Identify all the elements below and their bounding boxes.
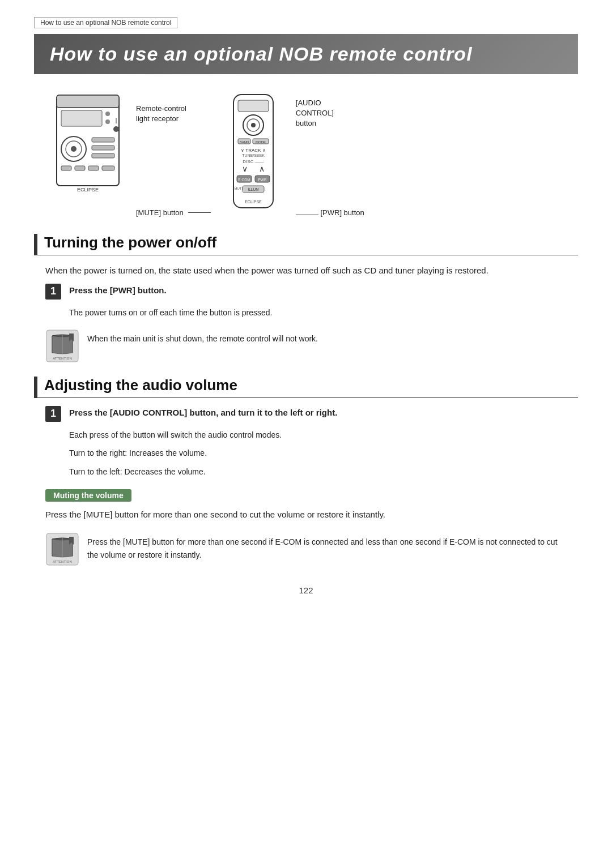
svg-text:ECLIPSE: ECLIPSE xyxy=(77,187,99,193)
title-banner: How to use an optional NOB remote contro… xyxy=(34,34,578,74)
right-labels: [AUDIOCONTROL]button [PWR] button xyxy=(296,92,364,217)
svg-rect-1 xyxy=(57,95,119,108)
svg-text:DISC ——: DISC —— xyxy=(243,159,264,164)
attention-box-2: ATTENTION Press the [MUTE] button for mo… xyxy=(45,530,567,568)
svg-point-4 xyxy=(105,119,110,124)
svg-text:PWR: PWR xyxy=(258,178,266,182)
mute-button-label: [MUTE] button xyxy=(136,208,211,217)
section2-step1-badge: 1 xyxy=(45,406,61,422)
svg-text:TUNE/SEEK: TUNE/SEEK xyxy=(242,153,265,157)
car-unit-svg: ECLIPSE xyxy=(51,92,125,217)
attention2-text: Press the [MUTE] button for more than on… xyxy=(87,532,567,563)
pwr-button-label: [PWR] button xyxy=(296,208,364,217)
svg-text:MODE: MODE xyxy=(256,140,266,144)
svg-text:E·COM: E·COM xyxy=(238,178,250,182)
svg-rect-2 xyxy=(61,110,102,126)
handheld-remote-svg: BAND MODE ∨ TRACK ∧ TUNE/SEEK DISC —— ∨ … xyxy=(222,92,284,217)
section2-step1-row: 1 Press the [AUDIO CONTROL] button, and … xyxy=(45,406,567,422)
svg-point-7 xyxy=(71,146,76,152)
attention-book-icon-2: ATTENTION xyxy=(45,532,79,566)
section2-step1-sub1: Each press of the button will switch the… xyxy=(69,429,567,441)
section2-step1-sub2: Turn to the right: Increases the volume. xyxy=(69,447,567,459)
svg-point-22 xyxy=(251,123,256,127)
attention-book-icon: ATTENTION xyxy=(45,329,79,363)
attention-icon-2: ATTENTION xyxy=(45,532,79,566)
svg-point-16 xyxy=(113,126,119,132)
svg-text:ATTENTION: ATTENTION xyxy=(53,357,72,360)
svg-rect-10 xyxy=(92,153,114,158)
svg-text:ILLUM: ILLUM xyxy=(248,187,258,191)
svg-rect-19 xyxy=(238,100,269,112)
page-number: 122 xyxy=(34,585,578,595)
section1-step1-row: 1 Press the [PWR] button. xyxy=(45,284,567,300)
mute-line xyxy=(188,212,211,213)
step1-text: Press the [PWR] button. xyxy=(69,284,567,297)
svg-rect-13 xyxy=(88,166,99,170)
section1-heading: Turning the power on/off xyxy=(44,234,578,251)
svg-rect-14 xyxy=(102,166,114,170)
svg-rect-11 xyxy=(61,166,71,170)
section2-step1-sub3: Turn to the left: Decreases the volume. xyxy=(69,465,567,478)
page-title: How to use an optional NOB remote contro… xyxy=(50,43,562,65)
section1-content: When the power is turned on, the state u… xyxy=(34,263,578,365)
right-remote: BAND MODE ∨ TRACK ∧ TUNE/SEEK DISC —— ∨ … xyxy=(222,92,284,217)
svg-text:∨ TRACK ∧: ∨ TRACK ∧ xyxy=(241,148,265,153)
svg-text:BAND: BAND xyxy=(239,140,249,144)
section2-content: 1 Press the [AUDIO CONTROL] button, and … xyxy=(34,406,578,568)
attention1-text: When the main unit is shut down, the rem… xyxy=(87,329,567,346)
svg-text:∧: ∧ xyxy=(259,164,265,173)
svg-point-3 xyxy=(105,112,110,116)
svg-rect-12 xyxy=(75,166,85,170)
pwr-line xyxy=(296,215,318,215)
section1-intro: When the power is turned on, the state u… xyxy=(45,263,567,278)
muting-volume-badge: Muting the volume xyxy=(45,489,131,502)
svg-text:ATTENTION: ATTENTION xyxy=(53,560,72,563)
step1-sub: The power turns on or off each time the … xyxy=(69,306,567,319)
breadcrumb: How to use an optional NOB remote contro… xyxy=(34,17,177,28)
section2-header: Adjusting the audio volume xyxy=(34,377,578,398)
audio-control-label: [AUDIOCONTROL]button xyxy=(296,98,364,129)
svg-text:ECLIPSE: ECLIPSE xyxy=(245,200,262,204)
step1-badge: 1 xyxy=(45,284,61,300)
svg-text:∨: ∨ xyxy=(242,164,248,173)
diagram-area: ECLIPSE Remote-controllight receptor [MU… xyxy=(34,87,578,223)
middle-labels: Remote-controllight receptor [MUTE] butt… xyxy=(136,92,211,217)
attention-icon-1: ATTENTION xyxy=(45,329,79,363)
svg-rect-9 xyxy=(92,146,114,150)
left-remote: ECLIPSE xyxy=(51,92,125,217)
mute-para: Press the [MUTE] button for more than on… xyxy=(45,507,567,522)
section2-heading: Adjusting the audio volume xyxy=(44,377,578,394)
section1-header: Turning the power on/off xyxy=(34,234,578,255)
svg-rect-8 xyxy=(92,138,114,142)
attention-box-1: ATTENTION When the main unit is shut dow… xyxy=(45,327,567,365)
section2-step1-text: Press the [AUDIO CONTROL] button, and tu… xyxy=(69,406,567,420)
remote-control-light-label: Remote-controllight receptor xyxy=(136,104,211,124)
